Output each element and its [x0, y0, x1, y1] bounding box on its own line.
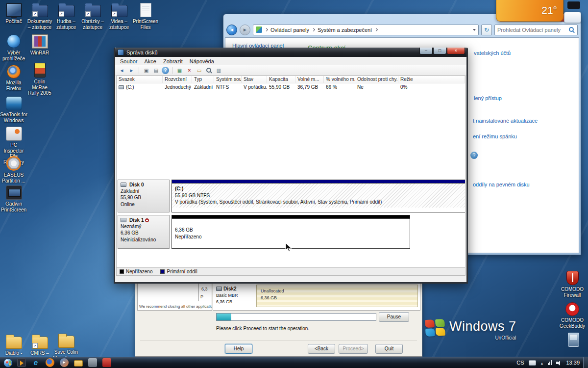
pause-button[interactable]: Pause: [379, 312, 409, 322]
folder-icon: [58, 5, 74, 17]
link-fragment[interactable]: lený přístup: [474, 95, 502, 101]
dm-menubar: Soubor Akce Zobrazit Nápověda: [115, 57, 466, 65]
taskbar-app-icon[interactable]: [88, 358, 97, 367]
desktop-icon-winrar[interactable]: WinRAR: [26, 34, 53, 56]
desktop-icon-firefox[interactable]: Mozilla Firefox: [0, 65, 27, 91]
winrar-icon: [32, 34, 48, 49]
desktop-icon-seatools[interactable]: SeaTools for Windows: [0, 96, 27, 123]
menu-akce[interactable]: Akce: [141, 58, 159, 65]
desktop-icon-comodo-geekbuddy[interactable]: COMODO GeekBuddy: [559, 302, 586, 329]
desktop-icon-videos-shortcut[interactable]: Videa – zástupce: [105, 3, 133, 30]
disk-view-icon[interactable]: [215, 67, 223, 74]
link-fragment[interactable]: oddíly na pevném disku: [473, 182, 530, 187]
menu-napoveda[interactable]: Nápověda: [186, 58, 218, 65]
search-icon[interactable]: [205, 67, 213, 74]
link-fragment[interactable]: ení režimu spánku: [473, 133, 517, 139]
windows-watermark: Windows 7 UnOfficial: [425, 319, 516, 341]
forward-icon[interactable]: [127, 67, 136, 74]
help-button[interactable]: Help: [225, 344, 252, 354]
console-tree-icon[interactable]: [142, 67, 150, 74]
breadcrumb-root[interactable]: Ovládací panely: [270, 27, 309, 33]
proceed-button[interactable]: Proceed>: [339, 344, 368, 354]
desktop-icon-music-shortcut[interactable]: Hudba – zástupce: [52, 3, 80, 30]
folder-icon: [111, 5, 127, 17]
quit-button[interactable]: Quit: [375, 344, 403, 354]
disk0-partition-c[interactable]: (C:) 55,90 GB NTFS V pořádku (Systém, Sp…: [172, 180, 466, 212]
help-icon[interactable]: [162, 67, 169, 74]
game-box-icon: [34, 63, 46, 78]
address-bar[interactable]: Ovládací panely Systém a zabezpečení: [253, 25, 479, 35]
block-label: Unallocated: [261, 288, 417, 295]
primary-partition-strip: [172, 180, 466, 184]
internet-explorer-icon[interactable]: [31, 358, 40, 367]
start-button[interactable]: [3, 358, 13, 368]
back-button[interactable]: <Back: [308, 344, 335, 354]
pt-disk-list: Disk2 Basic MBR 6,36 GB Unallocated 6,36…: [213, 280, 420, 311]
pt-unallocated-block[interactable]: Unallocated 6,36 GB: [256, 285, 418, 307]
dm-window-title: Správa disků: [126, 50, 417, 55]
disk1-info-panel[interactable]: Disk 1 Neznámý 6,36 GB Neinicializováno: [118, 215, 170, 249]
back-button[interactable]: [226, 25, 237, 35]
weather-gadget[interactable]: 21°: [496, 0, 564, 22]
media-player-icon[interactable]: [60, 358, 69, 367]
desktop-icon-printscreen-files[interactable]: PrintScreen Files: [132, 3, 159, 30]
link-fragment[interactable]: t nainstalované aktualizace: [473, 118, 538, 124]
close-button[interactable]: [447, 48, 465, 54]
dm-toolbar: [115, 65, 466, 76]
back-icon[interactable]: [118, 67, 126, 74]
desktop-icon-recycle-bin[interactable]: [560, 333, 587, 348]
search-icon[interactable]: [568, 26, 575, 33]
icon-label: Gadwin PrintScreen: [0, 201, 27, 212]
gold-folder-icon: [58, 336, 74, 348]
breadcrumb-section[interactable]: Systém a zabezpečení: [318, 27, 372, 33]
firefox-icon[interactable]: [46, 358, 54, 367]
explorer-folder-icon[interactable]: [74, 360, 83, 367]
volume-row-c[interactable]: (C:) Jednoduchý Základní NTFS V pořádku.…: [117, 83, 465, 91]
minimize-button[interactable]: [419, 48, 433, 54]
refresh-button[interactable]: [481, 25, 492, 35]
language-indicator[interactable]: CS: [516, 360, 524, 366]
network-icon[interactable]: [548, 360, 552, 365]
windows-flag-icon: [425, 319, 445, 338]
desktop-icon-colin-mcrae[interactable]: Colin McRae Rally 2005: [26, 63, 53, 96]
disk1-unallocated-block[interactable]: 6,36 GB Nepřiřazeno: [172, 215, 410, 249]
desktop-icon-gadwin[interactable]: Gadwin PrintScreen: [0, 185, 27, 212]
taskbar-app-icon[interactable]: [17, 358, 26, 367]
action-pane-icon[interactable]: [152, 67, 160, 74]
desktop-icon-pictures-shortcut[interactable]: Obrázky – zástupce: [79, 3, 106, 30]
forward-button[interactable]: [240, 25, 250, 35]
refresh-disks-icon[interactable]: [175, 67, 184, 74]
taskbar-clock[interactable]: 13:39: [566, 360, 580, 366]
gadget-button[interactable]: [564, 12, 581, 23]
open-icon[interactable]: [195, 67, 203, 74]
pt-type-fragment: P: [200, 294, 203, 299]
desktop-icon-computer[interactable]: Počítač: [0, 3, 27, 25]
delete-icon[interactable]: [185, 67, 194, 74]
link-fragment[interactable]: vatelských účtů: [474, 50, 511, 56]
control-panel-icon: [256, 26, 262, 33]
desktop-icon-browser-choice[interactable]: Výběr prohlížeče: [0, 34, 27, 61]
menu-zobrazit[interactable]: Zobrazit: [160, 58, 186, 65]
keyboard-icon[interactable]: [529, 360, 536, 366]
search-input[interactable]: [495, 27, 568, 33]
volume-icon: [119, 85, 124, 89]
hidden-icons-caret[interactable]: [540, 360, 544, 366]
dm-titlebar[interactable]: Správa disků: [115, 48, 466, 57]
desktop: Počítač Dokumenty – zástupce Hudba – zás…: [0, 0, 588, 368]
volume-list-header[interactable]: Svazek Rozvržení Typ Systém sou... Stav …: [117, 76, 465, 83]
desktop-icon-documents-shortcut[interactable]: Dokumenty – zástupce: [26, 3, 53, 30]
proceed-hint: Please click Proceed to start the operat…: [216, 326, 309, 331]
volume-icon[interactable]: [556, 360, 562, 366]
search-box[interactable]: [494, 25, 578, 35]
show-desktop-button[interactable]: [583, 357, 588, 368]
disk0-info-panel[interactable]: Disk 0 Základní 55,90 GB Online: [118, 180, 170, 212]
gadwin-icon: [6, 185, 22, 200]
desktop-icon-comodo-firewall[interactable]: COMODO Firewall: [559, 271, 586, 298]
desktop-icon-easeus[interactable]: EASEUS Partition ...: [0, 156, 27, 184]
pt-disk2-cell[interactable]: Disk2 Basic MBR 6,36 GB: [216, 286, 238, 305]
sidebar-item-home[interactable]: Hlavní ovládací panel: [225, 38, 579, 49]
taskbar-app-icon[interactable]: [102, 358, 111, 367]
maximize-button[interactable]: [433, 48, 446, 54]
address-dropdown-icon[interactable]: [473, 29, 476, 32]
menu-soubor[interactable]: Soubor: [117, 58, 141, 65]
